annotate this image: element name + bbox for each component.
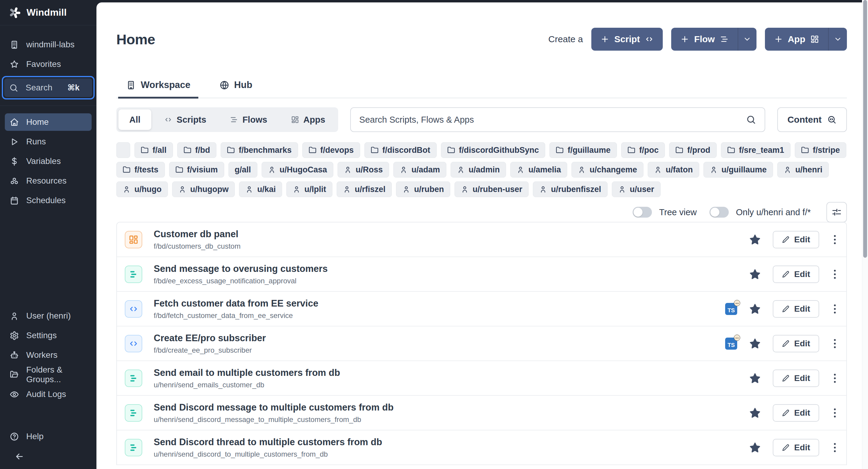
create-flow-button[interactable]: Flow xyxy=(671,28,738,51)
sidebar-item-audit-logs[interactable]: Audit Logs xyxy=(5,385,92,403)
more-menu-button[interactable] xyxy=(831,407,838,419)
item-row[interactable]: Create EE/pro subscriber f/bd/create_ee_… xyxy=(117,326,846,361)
collapse-sidebar-button[interactable] xyxy=(5,447,92,465)
tab-workspace[interactable]: Workspace xyxy=(126,80,190,98)
create-flow-dropdown-button[interactable] xyxy=(738,28,756,51)
filter-chip[interactable]: f/sre_team1 xyxy=(721,142,790,158)
only-mine-toggle[interactable] xyxy=(710,207,729,218)
content-search-button[interactable]: Content xyxy=(777,107,847,132)
filter-chip[interactable]: u/hugopw xyxy=(172,182,235,197)
sidebar-item-help[interactable]: Help xyxy=(5,428,92,445)
filter-chip[interactable]: f/discordBot xyxy=(364,142,437,158)
filter-chip[interactable]: u/HugoCasa xyxy=(261,162,334,178)
sidebar-item-search[interactable]: Search ⌘k xyxy=(4,79,92,97)
create-app-button[interactable]: App xyxy=(765,28,828,51)
create-script-button[interactable]: Script xyxy=(591,28,663,51)
kind-filter-flows[interactable]: Flows xyxy=(219,110,278,130)
create-app-dropdown-button[interactable] xyxy=(828,28,847,51)
arrow-left-icon xyxy=(14,451,24,462)
edit-button[interactable]: Edit xyxy=(773,300,819,318)
sidebar-item-workspace[interactable]: windmill-labs xyxy=(5,36,92,53)
edit-button[interactable]: Edit xyxy=(773,439,819,456)
more-menu-button[interactable] xyxy=(831,442,838,453)
sidebar-item-user[interactable]: User (henri) xyxy=(5,307,92,324)
filter-chip[interactable]: f/guillaume xyxy=(550,142,617,158)
filter-chip[interactable]: u/faton xyxy=(648,162,699,178)
filter-chip[interactable]: f/devops xyxy=(302,142,360,158)
filter-chip[interactable]: f/discordGithubSync xyxy=(441,142,546,158)
edit-button[interactable]: Edit xyxy=(773,370,819,387)
favorite-star-button[interactable] xyxy=(749,373,761,384)
filter-chip[interactable]: u/guillaume xyxy=(704,162,773,178)
favorite-star-button[interactable] xyxy=(749,234,761,245)
filter-chip[interactable]: f/poc xyxy=(621,142,665,158)
tree-view-toggle[interactable] xyxy=(632,207,652,218)
filter-chip[interactable]: f/benchmarks xyxy=(221,142,298,158)
sidebar-item-favorites[interactable]: Favorites xyxy=(5,56,92,73)
filter-chip[interactable]: f/tests xyxy=(116,162,165,178)
item-row[interactable]: Send email to multiple customers from db… xyxy=(117,361,846,396)
edit-button[interactable]: Edit xyxy=(773,404,819,422)
item-row[interactable]: Send message to overusing customers f/bd… xyxy=(117,257,846,292)
more-menu-button[interactable] xyxy=(831,303,838,315)
sidebar-item-home[interactable]: Home xyxy=(5,113,92,131)
item-row[interactable]: Fetch customer data from EE service f/bd… xyxy=(117,292,846,326)
sidebar-item-settings[interactable]: Settings xyxy=(5,327,92,344)
filter-chip[interactable]: u/hugo xyxy=(116,182,168,197)
item-row[interactable]: Customer db panel f/bd/customers_db_cust… xyxy=(117,222,846,257)
filter-chip[interactable]: u/user xyxy=(612,182,661,197)
filter-chip[interactable]: u/henri xyxy=(777,162,829,178)
user-icon xyxy=(123,185,130,193)
item-row[interactable]: Send Discord thread to multiple customer… xyxy=(117,430,846,465)
item-actions: Edit xyxy=(749,231,838,248)
filter-chip[interactable]: f/visium xyxy=(169,162,224,178)
favorite-star-button[interactable] xyxy=(749,442,761,453)
favorite-star-button[interactable] xyxy=(749,407,761,419)
edit-button[interactable]: Edit xyxy=(773,335,819,352)
create-flow-label: Flow xyxy=(694,34,715,44)
kind-filter-scripts[interactable]: Scripts xyxy=(153,110,217,130)
filter-chip[interactable]: u/amelia xyxy=(510,162,567,178)
filter-chip[interactable]: u/changeme xyxy=(571,162,644,178)
nav-label: Home xyxy=(26,117,49,127)
filter-chip[interactable] xyxy=(116,142,130,158)
kind-filter-all[interactable]: All xyxy=(119,110,151,130)
sidebar-item-schedules[interactable]: Schedules xyxy=(5,192,92,209)
item-row[interactable]: Send Discord message to multiple custome… xyxy=(117,396,846,430)
layout-dashboard-icon xyxy=(810,35,819,44)
more-menu-button[interactable] xyxy=(831,373,838,384)
edit-button[interactable]: Edit xyxy=(773,231,819,248)
filter-chip[interactable]: f/prod xyxy=(669,142,716,158)
display-settings-button[interactable] xyxy=(827,202,847,222)
filter-chip[interactable]: u/rfiszel xyxy=(337,182,392,197)
more-menu-button[interactable] xyxy=(831,234,838,245)
filter-chip[interactable]: u/lplit xyxy=(286,182,333,197)
kind-filter-apps[interactable]: Apps xyxy=(280,110,336,130)
search-input[interactable] xyxy=(359,115,746,125)
more-menu-button[interactable] xyxy=(831,338,838,349)
tab-hub[interactable]: Hub xyxy=(219,80,252,98)
filter-chip[interactable]: u/admin xyxy=(451,162,506,178)
filter-chip[interactable]: u/ruben-user xyxy=(455,182,529,197)
filter-chip[interactable]: u/ruben xyxy=(396,182,450,197)
filter-chip[interactable]: u/adam xyxy=(393,162,446,178)
filter-chip[interactable]: g/all xyxy=(228,162,257,178)
filter-chip[interactable]: u/rubenfiszel xyxy=(533,182,608,197)
favorite-star-button[interactable] xyxy=(749,303,761,315)
edit-button[interactable]: Edit xyxy=(773,265,819,283)
scrollbar-track[interactable] xyxy=(862,0,868,469)
scrollbar-thumb[interactable] xyxy=(863,0,867,258)
sidebar-item-folders-groups[interactable]: Folders & Groups... xyxy=(5,366,92,383)
filter-chip[interactable]: f/stripe xyxy=(795,142,846,158)
filter-chip[interactable]: u/Ross xyxy=(338,162,389,178)
favorite-star-button[interactable] xyxy=(749,269,761,280)
filter-chip[interactable]: f/bd xyxy=(177,142,216,158)
favorite-star-button[interactable] xyxy=(749,338,761,349)
sidebar-item-runs[interactable]: Runs xyxy=(5,133,92,150)
sidebar-item-resources[interactable]: Resources xyxy=(5,172,92,190)
sidebar-item-variables[interactable]: Variables xyxy=(5,153,92,170)
filter-chip[interactable]: f/all xyxy=(134,142,173,158)
sidebar-item-workers[interactable]: Workers xyxy=(5,346,92,364)
filter-chip[interactable]: u/kai xyxy=(239,182,282,197)
more-menu-button[interactable] xyxy=(831,269,838,280)
